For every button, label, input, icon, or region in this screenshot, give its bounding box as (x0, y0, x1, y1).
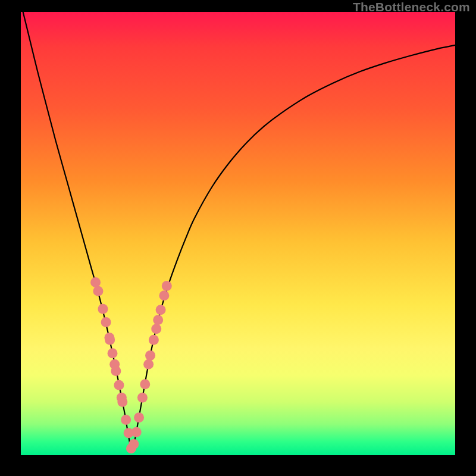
sample-dot (114, 380, 124, 390)
sample-dot (151, 324, 161, 334)
watermark-text: TheBottleneck.com (353, 0, 470, 14)
curve-path (23, 12, 455, 452)
plot-area (21, 12, 455, 455)
sample-dot (145, 350, 155, 361)
sample-dot (153, 315, 163, 325)
sample-dot (105, 335, 115, 345)
sample-dot (101, 317, 111, 327)
sample-dot (159, 290, 169, 300)
sample-dot (90, 277, 101, 287)
sample-dot (129, 439, 139, 449)
sample-dot (140, 379, 150, 389)
sample-dot (131, 427, 142, 437)
dots-group (90, 277, 172, 453)
bottleneck-curve (21, 12, 455, 455)
sample-dots (21, 12, 455, 455)
sample-dot (109, 359, 120, 369)
sample-dot (93, 286, 103, 296)
sample-dot (104, 333, 114, 343)
sample-dot (143, 359, 154, 369)
sample-dot (117, 393, 127, 403)
sample-dot (111, 366, 121, 376)
sample-dot (162, 281, 172, 291)
sample-dot (117, 397, 127, 407)
sample-dot (137, 393, 148, 403)
sample-dot (156, 305, 166, 315)
sample-dot (98, 304, 108, 314)
chart-root: TheBottleneck.com (0, 0, 476, 476)
sample-dot (108, 348, 118, 358)
sample-dot (134, 412, 144, 422)
sample-dot (149, 335, 159, 345)
sample-dot (126, 443, 136, 453)
sample-dot (121, 415, 131, 425)
sample-dot (124, 428, 134, 438)
